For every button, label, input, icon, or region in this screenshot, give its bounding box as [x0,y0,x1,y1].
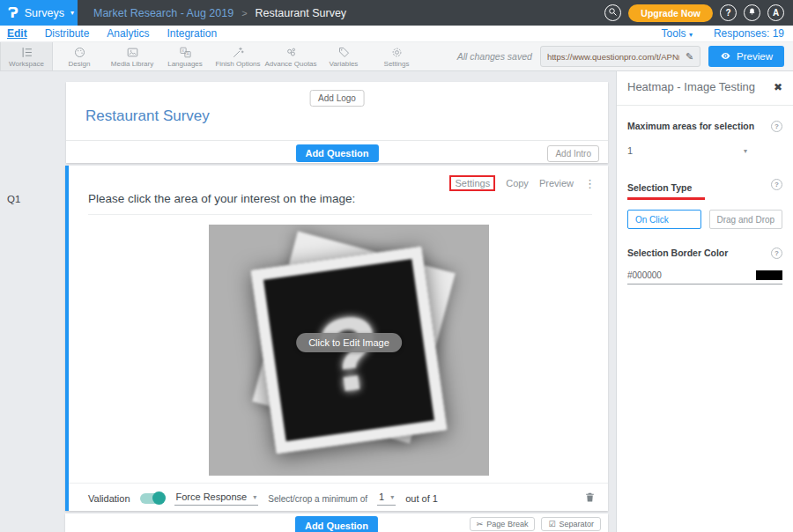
toolbar-item-advance-quotas[interactable]: Advance Quotas [264,42,317,70]
tab-analytics[interactable]: Analytics [107,27,149,40]
tab-edit[interactable]: Edit [7,27,27,40]
minimum-select-label: Select/crop a minimum of [268,494,367,504]
responses-count[interactable]: Responses: 19 [714,27,784,40]
kebab-menu-icon[interactable]: ⋮ [584,177,596,190]
panel-title: Heatmap - Image Testing [627,80,755,93]
validation-row: Validation Force Response ▾ Select/crop … [88,488,596,509]
chevron-down-icon: ▾ [390,493,394,501]
breadcrumb-parent-link[interactable]: Market Research - Aug 2019 [93,7,233,19]
toolbar-item-media-library[interactable]: Media Library [106,42,159,70]
close-icon: ✖ [774,81,782,93]
toolbar-item-label: Workspace [9,60,44,68]
help-icon[interactable]: ? [771,121,782,132]
workspace-icon [20,46,33,59]
toolbar-item-label: Languages [167,60,203,68]
pencil-icon: ✎ [686,51,693,62]
question-text[interactable]: Please click the area of your interest o… [88,192,355,205]
red-annotation-underline [627,197,705,200]
search-button[interactable] [604,4,621,21]
notifications-button[interactable] [744,4,760,21]
toolbar-right: All changes saved ✎ Preview [457,42,793,70]
account-avatar[interactable]: A [767,4,784,21]
toolbar-item-finish-options[interactable]: Finish Options [211,42,264,70]
max-areas-select[interactable]: 1 ▾ [627,145,747,156]
help-glyph: ? [774,122,779,130]
question-mark-icon: ? [725,8,730,18]
editor-toolbar: Workspace Design Media Library xA Langua… [0,42,793,71]
divider [88,214,592,215]
toolbar-item-settings[interactable]: Settings [370,42,423,70]
preview-button[interactable]: Preview [708,46,784,67]
add-question-button-bottom[interactable]: Add Question [295,516,378,532]
validation-toggle[interactable] [140,493,165,504]
question-settings-button[interactable]: Settings [449,175,495,191]
click-to-edit-image-button[interactable]: Click to Edit Image [296,333,402,352]
tab-distribute[interactable]: Distribute [45,27,90,40]
question-card: Settings Copy Preview ⋮ Please click the… [65,166,608,511]
chevron-down-icon: ▾ [689,31,693,39]
question-copy-button[interactable]: Copy [506,178,529,188]
toolbar-item-label: Media Library [111,60,153,68]
border-color-input[interactable]: #000000 [627,270,782,284]
question-image-placeholder[interactable]: ? Click to Edit Image [209,225,489,476]
magic-wand-icon [232,46,245,59]
eye-icon [720,50,731,63]
toolbar-item-workspace[interactable]: Workspace [0,42,53,70]
breadcrumb-separator: > [241,8,247,18]
help-button[interactable]: ? [720,4,737,21]
help-icon[interactable]: ? [771,179,782,190]
close-panel-button[interactable]: ✖ [774,81,782,93]
color-swatch[interactable] [756,270,782,280]
avatar-initial: A [773,8,779,18]
next-block-strip: Add Question ✂ Page Break ☑ Separator [65,514,608,532]
page-break-button[interactable]: ✂ Page Break [470,517,536,531]
svg-text:A: A [186,52,189,56]
survey-header-card: Add Logo Restaurant Survey Add Question … [66,82,608,163]
minimum-value: 1 [379,491,384,502]
add-intro-button[interactable]: Add Intro [547,145,599,162]
tools-label: Tools [662,27,686,40]
drag-and-drop-option[interactable]: Drag and Drop [709,210,783,229]
breadcrumb: Market Research - Aug 2019 > Restaurant … [93,7,346,19]
image-icon [126,46,139,59]
question-preview-button[interactable]: Preview [539,178,574,188]
translate-icon: xA [179,46,192,59]
separator-button[interactable]: ☑ Separator [541,517,601,531]
survey-title[interactable]: Restaurant Survey [85,107,210,125]
toolbar-item-design[interactable]: Design [53,42,106,70]
chevron-down-icon: ▾ [70,9,74,17]
toolbar-item-label: Advance Quotas [264,60,316,68]
max-areas-label: Maximum areas for selection [627,121,754,131]
minimum-value-select[interactable]: 1 ▾ [377,491,396,506]
help-icon[interactable]: ? [771,248,782,259]
topbar-actions: Upgrade Now ? A [604,4,793,22]
palette-icon [73,46,86,59]
validation-label: Validation [88,493,130,504]
toolbar-item-languages[interactable]: xA Languages [159,42,211,70]
divider [66,140,608,141]
selection-type-options: On Click Drag and Drop [627,210,782,229]
block-insert-buttons: ✂ Page Break ☑ Separator [470,517,601,531]
add-question-button-top[interactable]: Add Question [295,144,378,162]
on-click-option[interactable]: On Click [627,210,701,229]
tools-menu[interactable]: Tools ▾ [662,27,693,40]
tab-integration[interactable]: Integration [167,27,217,40]
border-color-value: #000000 [627,270,662,280]
page-break-label: Page Break [486,520,528,528]
survey-url-group: ✎ [540,46,700,67]
search-icon [608,7,618,18]
survey-url-input[interactable] [541,52,679,62]
validation-type-select[interactable]: Force Response ▾ [174,491,259,506]
out-of-label: out of 1 [405,493,438,504]
separator-icon: ☑ [548,520,555,528]
gear-icon [390,46,404,59]
delete-question-button[interactable] [584,491,596,506]
edit-url-button[interactable]: ✎ [679,51,700,63]
toolbar-item-variables[interactable]: Variables [317,42,370,70]
validation-type-value: Force Response [176,491,248,502]
upgrade-now-button[interactable]: Upgrade Now [628,4,713,22]
divider [69,483,608,484]
quota-links-icon [285,46,298,59]
product-menu[interactable]: Ɂ Surveys ▾ [0,0,78,26]
add-logo-button[interactable]: Add Logo [309,90,365,107]
